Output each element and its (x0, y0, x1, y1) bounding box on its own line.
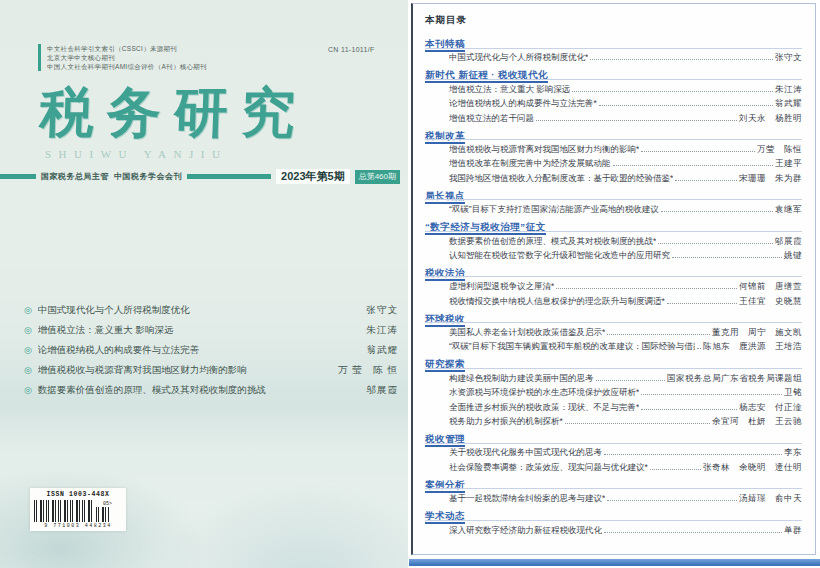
toc-article-authors: 国家税务总局广东省税务局课题组 (667, 372, 802, 384)
toc-article-title[interactable]: “双碳”目标下支持打造国家清洁能源产业高地的税收建议 (449, 203, 659, 215)
toc-article-authors: 卫铭 (784, 386, 802, 398)
toc-article-authors: 宋珊珊 朱为群 (739, 172, 802, 184)
toc-article-authors: 单群 (784, 524, 802, 536)
toc-page: 本期目录 本刊特稿中国式现代化与个人所得税制度优化*张守文新时代 新征程 · 税… (411, 3, 816, 555)
toc-section-heading: 局长视点 (425, 185, 802, 201)
toc-article-title[interactable]: 美国私人养老金计划税收政策借鉴及启示* (449, 326, 605, 338)
toc-article-title[interactable]: 基于一起税款滞纳金纠纷案的思考与建议* (449, 492, 605, 504)
toc-article-title[interactable]: 虚增利润型退税争议之厘清* (449, 280, 554, 292)
accreditation-line: 北京大学中文核心期刊 (47, 53, 207, 62)
dotted-leader (658, 243, 773, 244)
toc-article-row[interactable]: 增值税立法的若干问题刘天永 杨胜明 (425, 109, 802, 123)
toc-article-row[interactable]: 增值税改革在制度完善中为经济发展赋动能王建平 (425, 155, 802, 169)
dotted-leader (650, 469, 701, 470)
cover-article-authors: 邬展霞 (367, 384, 399, 397)
toc-article-row[interactable]: 关于税收现代化服务中国式现代化的思考李东 (425, 444, 802, 458)
toc-article-row[interactable]: 税务助力乡村振兴的机制探析*余宜珂 杜妍 王云驰 (425, 413, 802, 427)
cn-number: CN 11-1011/F (328, 46, 375, 53)
toc-article-authors: 刘天永 杨胜明 (739, 112, 802, 124)
toc-article-authors: 万莹 陈恒 (757, 143, 802, 155)
toc-article-authors: 翁武耀 (775, 97, 802, 109)
toc-article-title[interactable]: 我国跨地区增值税收入分配制度改革：基于欧盟的经验借鉴* (449, 172, 673, 184)
toc-article-title[interactable]: 增值税改革在制度完善中为经济发展赋动能 (449, 157, 611, 169)
circle-bullet-icon: ◎ (24, 345, 32, 355)
journal-title-pinyin: SHUIWU YANJIU (45, 148, 227, 160)
toc-article-title[interactable]: 水资源税与环境保护税的水生态环境保护效应研析* (449, 386, 639, 398)
toc-article-title[interactable]: 全面推进乡村振兴的税收政策：现状、不足与完善* (449, 401, 639, 413)
toc-article-row[interactable]: 深入研究数字经济助力新征程税收现代化单群 (425, 521, 802, 535)
accreditation-lines: 中文社会科学引文索引（CSSCI）来源期刊北京大学中文核心期刊中国人文社会科学期… (47, 44, 207, 71)
screenshot-root: 中文社会科学引文索引（CSSCI）来源期刊北京大学中文核心期刊中国人文社会科学期… (0, 0, 820, 568)
dotted-leader (572, 91, 773, 92)
toc-header: 本期目录 (425, 14, 802, 27)
toc-article-title[interactable]: 社会保险费率调整：政策效应、现实问题与优化建议* (449, 461, 648, 473)
toc-article-row[interactable]: 基于一起税款滞纳金纠纷案的思考与建议*汤婧璟 俞中天 (425, 490, 802, 504)
toc-article-row[interactable]: “双碳”目标下支持打造国家清洁能源产业高地的税收建议袁继军 (425, 201, 802, 215)
toc-article-authors: 姚键 (784, 249, 802, 261)
cover-article-title: 论增值税纳税人的构成要件与立法完善 (38, 344, 200, 357)
dotted-leader (599, 105, 773, 106)
issue-total-badge: 总第460期 (355, 170, 400, 184)
toc-article-row[interactable]: 构建绿色税制助力建设美丽中国的思考国家税务总局广东省税务局课题组 (425, 369, 802, 383)
toc-article-title[interactable]: 税务助力乡村振兴的机制探析* (449, 415, 563, 427)
issue-label: 2023年第5期 (276, 169, 350, 184)
footer-rule-left (0, 174, 36, 179)
toc-article-title[interactable]: 构建绿色税制助力建设美丽中国的思考 (449, 372, 594, 384)
toc-article-title[interactable]: “双碳”目标下我国车辆购置税和车船税的改革建议：国际经验与借鉴* (449, 340, 695, 352)
toc-article-row[interactable]: 我国跨地区增值税收入分配制度改革：基于欧盟的经验借鉴*宋珊珊 朱为群 (425, 169, 802, 183)
cover-article-row: ◎增值税税收与税源背离对我国地区财力均衡的影响万 莹 陈 恒 (24, 360, 398, 380)
toc-article-authors: 张奇林 余晓明 遆仕明 (703, 461, 802, 473)
accreditation-block: 中文社会科学引文索引（CSSCI）来源期刊北京大学中文核心期刊中国人文社会科学期… (38, 44, 207, 71)
toc-section-heading-label: 新时代 新征程 · 税收现代化 (425, 68, 548, 83)
toc-article-title[interactable]: 中国式现代化与个人所得税制度优化* (449, 51, 588, 63)
toc-article-row[interactable]: 水资源税与环境保护税的水生态环境保护效应研析*卫铭 (425, 384, 802, 398)
toc-section-heading: 税制改革 (425, 125, 802, 141)
toc-article-row[interactable]: 社会保险费率调整：政策效应、现实问题与优化建议*张奇林 余晓明 遆仕明 (425, 458, 802, 472)
toc-article-row[interactable]: 增值税税收与税源背离对我国地区财力均衡的影响*万莹 陈恒 (425, 141, 802, 155)
dotted-leader (607, 500, 737, 501)
toc-article-row[interactable]: 虚增利润型退税争议之厘清*何锦前 唐缮萱 (425, 278, 802, 292)
dotted-leader (607, 334, 710, 335)
toc-article-title[interactable]: 增值税税收与税源背离对我国地区财力均衡的影响* (449, 143, 639, 155)
toc-article-title[interactable]: 关于税收现代化服务中国式现代化的思考 (449, 446, 602, 458)
toc-section-heading: 案例分析 (425, 474, 802, 490)
toc-article-row[interactable]: 论增值税纳税人的构成要件与立法完善*翁武耀 (425, 95, 802, 109)
toc-article-title[interactable]: 论增值税纳税人的构成要件与立法完善* (449, 97, 597, 109)
toc-article-title[interactable]: 增值税立法：意义重大 影响深远 (449, 83, 570, 95)
toc-section-heading-label: 税制改革 (425, 129, 465, 144)
affiliation-label: 中国税务学会会刊 (114, 171, 182, 182)
supervisor-label: 国家税务总局主管 (41, 171, 109, 182)
toc-article-row[interactable]: 税收情报交换中纳税人信息权保护的理念跃升与制度调适*王佳宜 史晓慧 (425, 292, 802, 306)
toc-article-title[interactable]: 税收情报交换中纳税人信息权保护的理念跃升与制度调适* (449, 295, 665, 307)
dotted-leader (641, 151, 755, 152)
circle-bullet-icon: ◎ (24, 325, 32, 335)
toc-section-heading: 税收法治 (425, 262, 802, 278)
toc-article-row[interactable]: 中国式现代化与个人所得税制度优化*张守文 (425, 49, 802, 63)
toc-article-title[interactable]: 数据要素价值创造的原理、模式及其对税收制度的挑战* (449, 235, 656, 247)
toc-article-title[interactable]: 深入研究数字经济助力新征程税收现代化 (449, 524, 602, 536)
toc-article-title[interactable]: 认知智能在税收征管数字化升级和智能化改造中的应用研究 (449, 249, 670, 261)
barcode-addon (96, 507, 110, 522)
barcode (34, 500, 92, 522)
cover-article-row: ◎论增值税纳税人的构成要件与立法完善翁武耀 (24, 340, 398, 360)
toc-article-row[interactable]: 美国私人养老金计划税收政策借鉴及启示*董克用 周宁 施文凯 (425, 324, 802, 338)
cover-article-row: ◎中国式现代化与个人所得税制度优化张守文 (24, 300, 398, 320)
toc-article-row[interactable]: “双碳”目标下我国车辆购置税和车船税的改革建议：国际经验与借鉴*陈旭东 鹿洪源 … (425, 338, 802, 352)
toc-article-row[interactable]: 认知智能在税收征管数字化升级和智能化改造中的应用研究姚键 (425, 247, 802, 261)
dotted-leader (661, 211, 773, 212)
toc-section-heading-label: 环球税收 (425, 312, 465, 327)
issn-label: ISSN 1003-448X (34, 491, 122, 498)
toc-article-authors: 王建平 (775, 157, 802, 169)
toc-section-heading: 本刊特稿 (425, 33, 802, 49)
toc-article-authors: 袁继军 (775, 203, 802, 215)
toc-article-title[interactable]: 增值税立法的若干问题 (449, 112, 534, 124)
toc-section-heading: 学术动态 (425, 505, 802, 521)
dotted-leader (675, 180, 737, 181)
cover-article-authors: 万 莹 陈 恒 (338, 364, 398, 377)
cover-article-title: 数据要素价值创造的原理、模式及其对税收制度的挑战 (38, 384, 266, 397)
toc-article-row[interactable]: 全面推进乡村振兴的税收政策：现状、不足与完善*杨志安 付正淦 (425, 398, 802, 412)
dotted-leader (604, 532, 782, 533)
toc-section-heading: “数字经济与税收治理”征文 (425, 216, 802, 232)
toc-article-authors: 李东 (784, 446, 802, 458)
dotted-leader (697, 348, 701, 349)
